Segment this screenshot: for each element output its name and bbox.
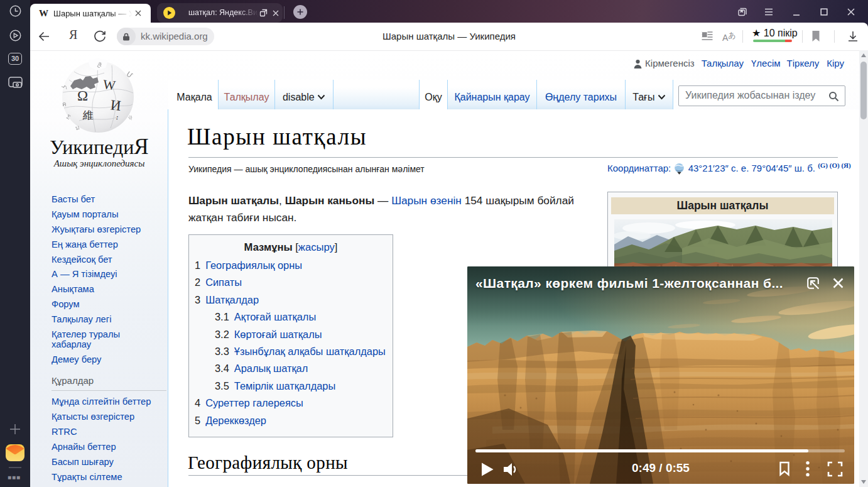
svg-text:И: И [110, 97, 122, 114]
svg-text:維: 維 [82, 109, 94, 121]
svg-text:ค: ค [62, 101, 67, 107]
svg-text:ψ: ψ [127, 112, 134, 121]
svg-text:Ω: Ω [77, 88, 88, 104]
svg-text:W: W [102, 77, 116, 93]
